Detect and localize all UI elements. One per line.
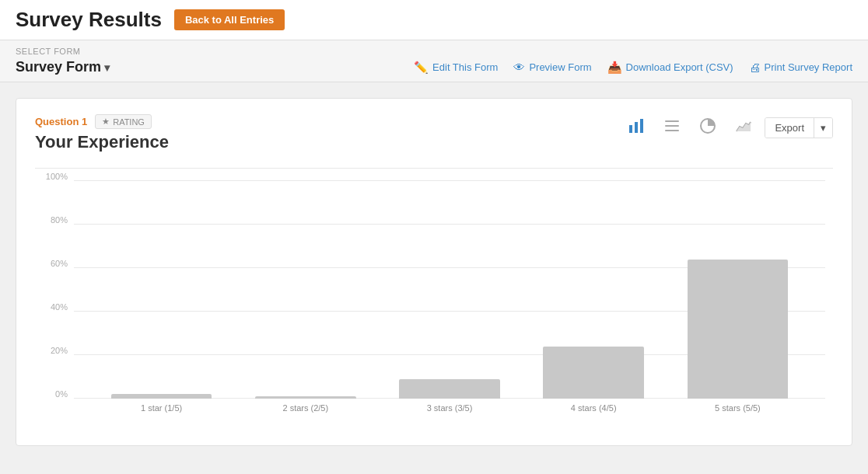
list-icon [663,117,681,134]
x-axis-label: 5 stars (5/5) [666,403,810,413]
grid-label: 100% [37,172,68,181]
grid-label: 20% [37,346,68,355]
x-axis-label: 4 stars (4/5) [522,403,666,413]
question-header: Question 1 ★ RATING [35,114,169,129]
edit-form-label: Edit This Form [432,61,498,73]
main-content: Question 1 ★ RATING Your Experience [0,82,868,462]
svg-rect-5 [665,130,679,131]
form-select-wrapper: Survey Form ▾ [16,59,110,75]
area-chart-icon [735,117,752,134]
bar-group [522,181,666,399]
header-bar: Survey Results Back to All Entries [0,0,868,40]
export-label: Export [765,118,814,138]
svg-rect-2 [640,119,643,133]
area-chart-button[interactable] [729,114,758,141]
question-type-label: RATING [113,117,145,127]
svg-rect-4 [665,125,679,127]
pie-chart-button[interactable] [693,114,723,141]
question-number: Question 1 [35,116,87,127]
bar-group [377,181,521,399]
svg-rect-0 [629,125,632,133]
bar-chart-icon [628,117,645,134]
edit-form-link[interactable]: ✏️ Edit This Form [414,61,498,75]
toolbar-row: Survey Form ▾ ✏️ Edit This Form 👁 Previe… [16,59,852,82]
bar [399,379,500,399]
back-to-entries-button[interactable]: Back to All Entries [174,9,285,30]
form-select-button[interactable]: Survey Form ▾ [16,59,110,75]
svg-rect-1 [635,122,638,133]
preview-form-link[interactable]: 👁 Preview Form [513,61,591,74]
chevron-down-icon: ▾ [104,61,110,74]
form-name-label: Survey Form [16,59,101,75]
question-divider [35,168,833,169]
preview-form-label: Preview Form [529,61,591,73]
bars-container [74,181,825,399]
x-axis-labels: 1 star (1/5)2 stars (2/5)3 stars (3/5)4 … [74,399,825,430]
print-icon: 🖨 [749,61,761,74]
x-axis-label: 3 stars (3/5) [377,403,521,413]
eye-icon: 👁 [513,61,525,74]
toolbar-actions: ✏️ Edit This Form 👁 Preview Form 📥 Downl… [414,61,852,75]
bar-group [89,181,233,399]
download-csv-link[interactable]: 📥 Download Export (CSV) [607,61,733,75]
grid-label: 0% [37,389,68,399]
question-toolbar: Export ▾ [621,114,833,141]
x-axis-label: 2 stars (2/5) [233,403,377,413]
star-icon: ★ [102,117,110,127]
question-type-badge: ★ RATING [95,114,152,129]
bar-chart-button[interactable] [621,114,651,141]
grid-label: 60% [37,259,68,268]
export-arrow-button[interactable]: ▾ [814,118,832,138]
bar-group [233,181,377,399]
grid-label: 80% [37,215,68,225]
edit-icon: ✏️ [414,61,429,75]
svg-rect-3 [665,120,679,122]
print-report-link[interactable]: 🖨 Print Survey Report [749,61,852,74]
bar [688,260,789,399]
chart-area: 100%80%60%40%20%0% 1 star (1/5)2 stars (… [35,181,833,430]
bar [543,347,644,399]
grid-label: 40% [37,302,68,312]
list-chart-button[interactable] [657,114,687,141]
toolbar: SELECT FORM Survey Form ▾ ✏️ Edit This F… [0,40,868,82]
x-axis-label: 1 star (1/5) [89,403,233,413]
select-form-label: SELECT FORM [16,47,852,56]
download-csv-label: Download Export (CSV) [626,61,733,73]
export-dropdown: Export ▾ [765,117,833,138]
pie-chart-icon [699,117,716,134]
print-report-label: Print Survey Report [765,61,852,73]
download-icon: 📥 [607,61,622,75]
page-title: Survey Results [16,8,162,32]
bar-group [666,181,810,399]
question-card: Question 1 ★ RATING Your Experience [16,98,852,446]
question-title: Your Experience [35,132,169,152]
